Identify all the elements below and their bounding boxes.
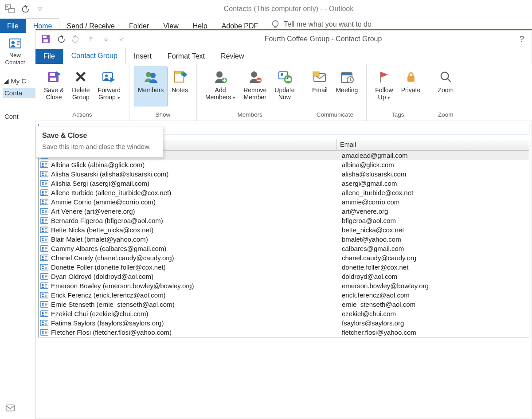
row-name: Alishia Sergi (asergi@gmail.com) (51, 179, 338, 188)
row-email: ezekiel@chui.com (338, 309, 529, 318)
email-button[interactable]: Email (308, 67, 332, 106)
next-item-icon[interactable] (100, 33, 112, 45)
remove-member-icon (248, 70, 262, 84)
contact-row-icon (40, 320, 49, 327)
row-name: Ernie Stenseth (ernie_stenseth@aol.com) (51, 300, 338, 309)
redo-icon[interactable] (70, 33, 82, 45)
cw-tab-review[interactable]: Review (213, 49, 252, 64)
table-row[interactable]: Alisha Slusarski (alisha@slusarski.com)a… (39, 169, 529, 179)
members-icon (143, 70, 158, 84)
cw-tab-contact-group[interactable]: Contact Group (63, 48, 126, 64)
update-now-label: UpdateNow (274, 86, 294, 101)
update-now-button[interactable]: UpdateNow (270, 67, 298, 106)
table-row[interactable]: Ernie Stenseth (ernie_stenseth@aol.com)e… (39, 300, 529, 309)
table-row[interactable]: Bernardo Figeroa (bfigeroa@aol.com)bfige… (39, 216, 529, 225)
row-email: ammie@corrio.com (338, 197, 529, 207)
table-row[interactable]: Emerson Bowley (emerson.bowley@bowley.or… (39, 281, 529, 290)
row-name: Blair Malet (bmalet@yahoo.com) (51, 235, 338, 244)
row-email: calbares@gmail.com (338, 244, 529, 253)
row-email: emerson.bowley@bowley.org (338, 281, 529, 290)
row-name: Alisha Slusarski (alisha@slusarski.com) (51, 169, 338, 179)
row-name: Donette Foller (donette.foller@cox.net) (51, 262, 338, 272)
contact-row-icon (40, 273, 49, 280)
new-contact-button[interactable]: NewContact (4, 37, 26, 66)
qat-customize-icon[interactable]: ▽ (34, 3, 46, 15)
private-button[interactable]: Private (397, 67, 425, 106)
cw-tab-format-text[interactable]: Format Text (160, 49, 213, 64)
email-label: Email (312, 86, 328, 94)
table-row[interactable]: Ammie Corrio (ammie@corrio.com)ammie@cor… (39, 197, 529, 207)
row-email: donette.foller@cox.net (338, 262, 529, 272)
members-label: Members (138, 86, 164, 94)
qat-customize-icon[interactable]: ▽ (115, 33, 127, 45)
table-row[interactable]: Allene Iturbide (allene_iturbide@cox.net… (39, 188, 529, 197)
contact-row-icon (40, 199, 49, 206)
table-row[interactable]: Blair Malet (bmalet@yahoo.com)bmalet@yah… (39, 235, 529, 244)
table-row[interactable]: Fatima Saylors (fsaylors@saylors.org)fsa… (39, 318, 529, 328)
forward-group-button[interactable]: ForwardGroup (94, 67, 125, 106)
cw-tab-file[interactable]: File (35, 49, 63, 64)
remove-member-button[interactable]: RemoveMember (239, 67, 270, 106)
row-name: Erick Ferencz (erick.ferencz@aol.com) (51, 290, 338, 300)
lightbulb-icon (270, 20, 280, 29)
meeting-icon (340, 70, 354, 83)
save-icon[interactable] (40, 33, 51, 45)
cw-ribbon-tabs: File Contact Group Insert Format Text Re… (35, 48, 532, 64)
contact-row-icon (40, 189, 49, 196)
table-row[interactable]: Erick Ferencz (erick.ferencz@aol.com)eri… (39, 290, 529, 300)
table-row[interactable]: Donette Foller (donette.foller@cox.net)d… (39, 262, 529, 272)
add-members-button[interactable]: AddMembers (201, 67, 239, 106)
cw-ribbon: Save &Close DeleteGroup ForwardGroup Act… (35, 64, 532, 121)
cw-qat: ▽ Fourth Coffee Group - Contact Group ? (35, 30, 532, 48)
save-and-close-button[interactable]: Save &Close (40, 67, 68, 106)
undo-icon[interactable] (55, 33, 66, 45)
notes-label: Notes (172, 86, 188, 94)
row-email: ernie_stenseth@aol.com (338, 300, 529, 309)
meeting-button[interactable]: Meeting (332, 67, 362, 106)
ribbon-group-tags: FollowUp Private Tags (367, 64, 429, 121)
prev-item-icon[interactable] (85, 33, 97, 45)
members-button[interactable]: Members (134, 67, 168, 106)
ribbon-group-zoom: Zoom Zoom (429, 64, 462, 121)
cw-title: Fourth Coffee Group - Contact Group (130, 35, 516, 43)
zoom-button[interactable]: Zoom (434, 67, 458, 106)
table-row[interactable]: Cammy Albares (calbares@gmail.com)calbar… (39, 244, 529, 253)
email-icon (312, 70, 327, 83)
table-row[interactable]: Alishia Sergi (asergi@gmail.com)asergi@g… (39, 179, 529, 188)
save-close-tooltip: Save & Close Save this item and close th… (35, 126, 163, 158)
delete-group-button[interactable]: DeleteGroup (68, 67, 94, 106)
notes-button[interactable]: Notes (168, 67, 192, 106)
row-email: art@venere.org (338, 207, 529, 216)
contact-row-icon (40, 171, 49, 178)
undo-icon[interactable] (19, 3, 31, 15)
table-row[interactable]: Art Venere (art@venere.org)art@venere.or… (39, 207, 529, 216)
table-row[interactable]: Albina Glick (albina@glick.com)albina@gl… (39, 160, 529, 169)
app-icon (4, 3, 16, 15)
mail-nav-icon[interactable] (4, 403, 16, 413)
table-row[interactable]: Fletcher Flosi (fletcher.flosi@yahoo.com… (39, 328, 529, 337)
row-name: Cammy Albares (calbares@gmail.com) (51, 244, 338, 253)
table-row[interactable]: Ezekiel Chui (ezekiel@chui.com)ezekiel@c… (39, 309, 529, 318)
contact-row-icon (40, 245, 49, 252)
cw-tab-insert[interactable]: Insert (126, 49, 160, 64)
main-tab-file[interactable]: File (0, 19, 26, 33)
contact-row-icon (40, 264, 49, 271)
ribbon-group-show: Members Notes Show (129, 64, 197, 121)
table-row[interactable]: Chanel Caudy (chanel.caudy@caudy.org)cha… (39, 253, 529, 262)
col-header-email[interactable]: Email (336, 139, 529, 150)
private-label: Private (401, 86, 421, 94)
row-name: Dyan Oldroyd (doldroyd@aol.com) (51, 272, 338, 281)
left-nav: NewContact ◢ My C Conta Cont (0, 33, 35, 419)
contacts-folder[interactable]: Cont (4, 111, 35, 121)
row-email: bette_nicka@cox.net (338, 225, 529, 235)
row-email: erick.ferencz@aol.com (338, 290, 529, 300)
table-row[interactable]: Dyan Oldroyd (doldroyd@aol.com)doldroyd@… (39, 272, 529, 281)
help-icon[interactable]: ? (516, 35, 528, 44)
contact-row-icon (40, 282, 49, 290)
row-email: fsaylors@saylors.org (338, 318, 529, 328)
table-row[interactable]: Bette Nicka (bette_nicka@cox.net)bette_n… (39, 225, 529, 235)
my-contacts-header[interactable]: ◢ My C (4, 77, 35, 85)
contacts-folder-selected[interactable]: Conta (3, 88, 35, 98)
row-email: alisha@slusarski.com (338, 169, 529, 179)
follow-up-button[interactable]: FollowUp (371, 67, 397, 106)
